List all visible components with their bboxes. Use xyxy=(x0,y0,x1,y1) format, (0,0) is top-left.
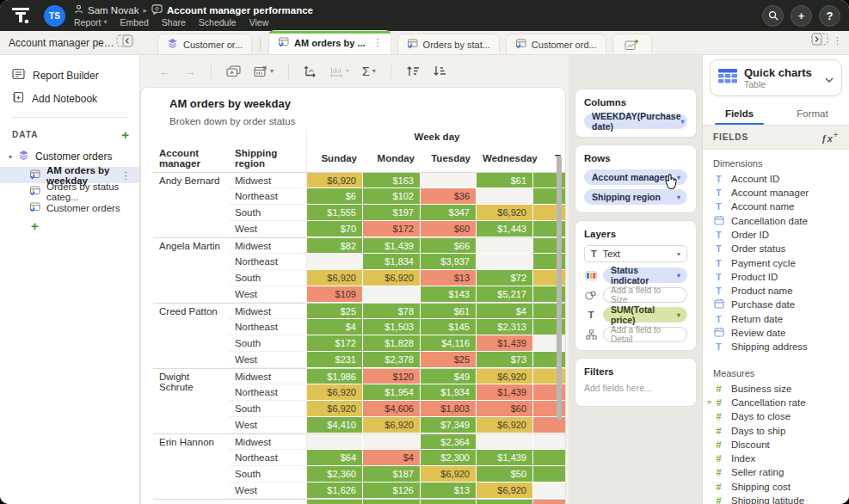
region-cell[interactable]: West xyxy=(229,286,306,303)
value-cell[interactable]: $1,443 xyxy=(477,221,533,237)
region-cell[interactable]: Northeast xyxy=(229,254,306,270)
region-cell[interactable]: Midwest xyxy=(229,172,306,188)
value-cell[interactable]: $6 xyxy=(306,188,363,205)
value-cell[interactable]: $2,378 xyxy=(363,352,421,368)
quick-charts-selector[interactable]: Quick charts Table xyxy=(710,59,842,96)
column-header-monday[interactable]: Monday xyxy=(363,144,421,172)
menu-view[interactable]: View xyxy=(249,17,269,28)
value-cell[interactable]: $6,920 xyxy=(477,205,533,221)
value-cell[interactable]: $3,937 xyxy=(421,254,477,270)
value-cell[interactable]: $7,349 xyxy=(421,417,477,433)
value-cell[interactable] xyxy=(421,172,477,188)
value-cell[interactable] xyxy=(306,254,363,270)
sidebar-action-add-notebook[interactable]: Add Notebook xyxy=(0,87,139,110)
value-cell[interactable]: $172 xyxy=(363,221,421,237)
swap-axes-button[interactable] xyxy=(304,65,317,77)
value-cell[interactable] xyxy=(533,482,566,499)
column-header-sunday[interactable]: Sunday xyxy=(306,144,363,172)
value-cell[interactable] xyxy=(363,286,421,303)
dimension-product-name[interactable]: TProduct name xyxy=(703,284,849,298)
tab-format[interactable]: Format xyxy=(776,102,849,125)
measure-days-to-ship[interactable]: #Days to ship xyxy=(703,423,849,437)
duplicate-chart-button[interactable] xyxy=(226,65,241,77)
region-cell[interactable]: South xyxy=(229,335,306,352)
value-cell[interactable]: $5,217 xyxy=(477,286,533,303)
dimension-review-date[interactable]: Review date xyxy=(703,326,849,340)
tabbar-kebab-icon[interactable]: ⋮ xyxy=(833,35,842,46)
value-cell[interactable] xyxy=(306,433,363,450)
value-cell[interactable] xyxy=(533,466,566,482)
value-cell[interactable]: $1,828 xyxy=(363,335,421,352)
value-cell[interactable]: $109 xyxy=(306,286,363,303)
value-cell[interactable]: $197 xyxy=(363,205,421,221)
region-cell[interactable]: Midwest xyxy=(229,237,306,254)
distribution-button[interactable]: ▾ xyxy=(329,65,349,77)
value-cell[interactable]: $49 xyxy=(421,368,477,384)
tab-customer-ord-[interactable]: Customer ord... xyxy=(506,34,606,54)
value-cell[interactable] xyxy=(477,237,533,254)
dimension-product-id[interactable]: TProduct ID xyxy=(703,270,849,284)
region-cell[interactable]: Midwest xyxy=(229,303,306,319)
value-cell[interactable]: $6,920 xyxy=(363,270,421,286)
region-cell[interactable]: Midwest xyxy=(229,433,306,450)
value-cell[interactable] xyxy=(533,499,566,504)
field-pill-sum-total-price-[interactable]: SUM(Total price)▾ xyxy=(603,307,687,323)
redo-button[interactable]: → xyxy=(184,65,196,78)
dimension-shipping-address[interactable]: TShipping address xyxy=(703,340,849,353)
menu-schedule[interactable]: Schedule xyxy=(199,17,237,28)
region-cell[interactable]: West xyxy=(229,221,306,237)
value-cell[interactable]: $13 xyxy=(421,482,477,499)
value-cell[interactable]: $172 xyxy=(306,335,363,352)
value-cell[interactable]: $6,920 xyxy=(477,482,533,499)
region-cell[interactable]: Midwest xyxy=(229,499,306,504)
value-cell[interactable]: $6,920 xyxy=(306,401,363,417)
add-data-button[interactable]: + xyxy=(121,128,129,141)
value-cell[interactable]: $1,439 xyxy=(363,237,421,254)
value-cell[interactable]: $6,920 xyxy=(306,384,363,401)
value-cell[interactable]: $61 xyxy=(421,303,477,319)
value-cell[interactable]: $25 xyxy=(421,352,477,368)
value-cell[interactable]: $4,410 xyxy=(306,417,363,433)
value-cell[interactable]: $1,439 xyxy=(477,450,533,466)
value-cell[interactable] xyxy=(477,433,533,450)
measure-discount[interactable]: #Discount xyxy=(703,438,849,452)
item-kebab-icon[interactable]: ⋮ xyxy=(121,169,140,181)
value-cell[interactable]: $6,920 xyxy=(306,172,363,188)
measure-days-to-close[interactable]: #Days to close xyxy=(703,409,849,423)
region-cell[interactable]: West xyxy=(229,482,306,499)
manager-cell[interactable]: Erin Hannon xyxy=(153,433,229,499)
measure-business-size[interactable]: #Business size xyxy=(703,382,849,396)
dimension-payment-cycle[interactable]: TPayment cycle xyxy=(703,255,849,269)
measure-shipping-cost[interactable]: #Shipping cost xyxy=(703,480,849,494)
measure-index[interactable]: #Index xyxy=(703,452,849,465)
dimension-order-status[interactable]: TOrder status xyxy=(703,242,849,255)
dimension-account-id[interactable]: TAccount ID xyxy=(703,172,849,186)
value-cell[interactable]: $6,920 xyxy=(306,270,363,286)
value-cell[interactable]: $4,606 xyxy=(363,401,421,417)
value-cell[interactable]: $25 xyxy=(306,499,363,504)
region-cell[interactable]: South xyxy=(229,466,306,482)
manager-cell[interactable]: Andy Bernard xyxy=(153,172,229,237)
dimension-order-id[interactable]: TOrder ID xyxy=(703,228,849,242)
value-cell[interactable] xyxy=(533,433,566,450)
dimension-purchase-date[interactable]: Purchase date xyxy=(703,298,849,311)
region-cell[interactable]: Northeast xyxy=(229,319,306,335)
value-cell[interactable]: $82 xyxy=(306,237,363,254)
value-cell[interactable]: $163 xyxy=(363,172,421,188)
value-cell[interactable]: $4 xyxy=(363,450,421,466)
layer-type-select[interactable]: T Text ▾ xyxy=(584,245,687,262)
value-cell[interactable]: $1,439 xyxy=(477,335,533,352)
region-cell[interactable]: Midwest xyxy=(229,368,306,384)
value-cell[interactable]: $61 xyxy=(477,172,533,188)
value-cell[interactable]: $2,300 xyxy=(421,450,477,466)
value-cell[interactable]: $1,626 xyxy=(306,482,363,499)
value-cell[interactable]: $25 xyxy=(306,303,363,319)
value-cell[interactable]: $143 xyxy=(421,286,477,303)
value-cell[interactable]: $231 xyxy=(306,352,363,368)
measure-shipping-latitude[interactable]: #Shipping latitude xyxy=(703,494,849,504)
menu-report[interactable]: Report▾ xyxy=(74,17,108,28)
value-cell[interactable]: $72 xyxy=(477,270,533,286)
value-cell[interactable]: $120 xyxy=(363,368,421,384)
value-cell[interactable]: $60 xyxy=(477,401,533,417)
add-button[interactable]: + xyxy=(791,5,812,27)
